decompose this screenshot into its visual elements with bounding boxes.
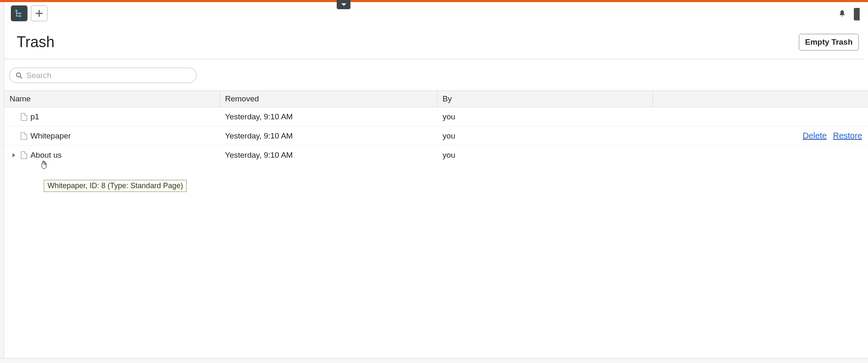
column-header-actions: [653, 91, 868, 107]
table-row[interactable]: p1Yesterday, 9:10 AMyou: [0, 107, 868, 126]
search-icon: [15, 72, 23, 79]
page-title: Trash: [17, 33, 55, 51]
plus-icon: [35, 9, 44, 18]
cell-actions: DeleteRestore: [653, 131, 868, 141]
top-dropdown-handle[interactable]: [337, 0, 350, 9]
tree-view-button[interactable]: [11, 5, 28, 21]
cell-by: you: [438, 151, 653, 160]
cell-name: Whitepaper: [0, 131, 220, 141]
cell-by: you: [438, 112, 653, 121]
chevron-down-icon: [341, 3, 346, 6]
notifications-button[interactable]: [838, 9, 846, 20]
svg-rect-1: [19, 13, 21, 14]
add-button[interactable]: [31, 5, 48, 21]
left-panel-edge: [0, 2, 4, 363]
cell-name: About us: [0, 151, 220, 160]
svg-rect-0: [15, 10, 18, 12]
column-header-removed[interactable]: Removed: [220, 91, 438, 107]
page-icon: [21, 113, 27, 121]
delete-link[interactable]: Delete: [803, 131, 827, 141]
table-header: Name Removed By: [0, 91, 868, 107]
column-header-name[interactable]: Name: [0, 91, 220, 107]
search-box[interactable]: [9, 68, 197, 83]
cell-name: p1: [0, 112, 220, 121]
svg-line-4: [20, 76, 22, 78]
tooltip: Whitepaper, ID: 8 (Type: Standard Page): [44, 180, 187, 192]
expand-arrow-icon[interactable]: [13, 153, 15, 157]
page-icon: [21, 132, 27, 140]
item-name[interactable]: p1: [30, 112, 39, 121]
bottom-panel-edge: [0, 358, 868, 363]
column-header-by[interactable]: By: [438, 91, 653, 107]
cell-removed: Yesterday, 9:10 AM: [220, 112, 438, 121]
cell-by: you: [438, 131, 653, 141]
tree-icon: [15, 9, 24, 18]
user-menu-button[interactable]: [854, 8, 860, 20]
page-icon: [21, 151, 27, 159]
svg-rect-2: [19, 15, 21, 17]
bell-icon: [838, 9, 846, 18]
search-input[interactable]: [26, 71, 190, 80]
restore-link[interactable]: Restore: [833, 131, 862, 141]
item-name[interactable]: About us: [30, 151, 62, 160]
item-name[interactable]: Whitepaper: [30, 131, 71, 141]
empty-trash-button[interactable]: Empty Trash: [799, 34, 859, 50]
table-row[interactable]: WhitepaperYesterday, 9:10 AMyouDeleteRes…: [0, 126, 868, 146]
cell-removed: Yesterday, 9:10 AM: [220, 131, 438, 141]
table-row[interactable]: About usYesterday, 9:10 AMyou: [0, 146, 868, 165]
cell-removed: Yesterday, 9:10 AM: [220, 151, 438, 160]
